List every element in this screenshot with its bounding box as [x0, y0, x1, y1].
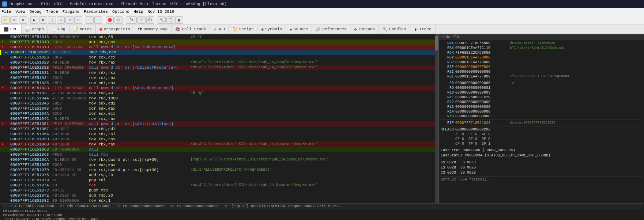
table-row[interactable]: 00007FF716E51044 41:B8 00100000 mov r8d,… — [0, 96, 435, 101]
table-row[interactable]: ● 00007FF716E5101D FF15 E00F0000 call qw… — [0, 45, 435, 50]
table-row[interactable]: 00007FF716E51036 8BF8 mov edi,eax — [0, 80, 435, 86]
reg-header[interactable]: Hide FPU — [439, 34, 644, 40]
tab-cpu[interactable]: ⬛ CPU — [0, 25, 22, 34]
tb-plugin1[interactable]: 🔧 — [158, 16, 166, 24]
table-row[interactable]: 00007FF716E51057 44:8BC7 mov r8d,edi — [0, 126, 435, 132]
tb-restart[interactable]: ↺ — [10, 16, 18, 24]
tab-memory-map[interactable]: 🗺 Memory Map — [134, 25, 172, 34]
reg-value[interactable]: 0000000000000003 — [455, 90, 508, 95]
tb-step-out[interactable]: ⤶ — [65, 16, 74, 24]
tb-run-to-cursor[interactable]: ⤳ — [74, 16, 82, 24]
table-row[interactable]: 00007FF716E5105D 48:8BC8 mov rcx,rax — [0, 137, 435, 142]
table-row[interactable]: ● 00007FF716E5102B FF15 CF0F0000 call qw… — [0, 65, 435, 70]
menu-item-nov 13 2019[interactable]: Nov 13 2019 — [148, 10, 174, 14]
menu-item-help[interactable]: Help — [133, 10, 143, 14]
tb-plugin3[interactable]: ▦ — [175, 16, 183, 24]
tab-graph[interactable]: 📊 Graph — [22, 25, 48, 34]
menu-item-trace[interactable]: Trace — [46, 10, 58, 14]
reg-value[interactable]: 0000002586F0FD00 — [455, 65, 508, 69]
reg-value[interactable]: 0000000000000000 — [455, 105, 508, 109]
table-row[interactable]: 00007FF716E51082 B9 01000000 mov ecx,1 — [0, 198, 435, 203]
reg-value[interactable]: 00007FF716E51023 — [455, 121, 508, 125]
tab-threads[interactable]: ⚙ Threads — [350, 25, 379, 34]
tab-script[interactable]: 📜 Script — [229, 25, 258, 34]
menu-item-plugins[interactable]: Plugins — [63, 10, 79, 14]
tb-run[interactable]: ▶ — [30, 16, 38, 24]
table-row[interactable]: ● 00007FF716E51051 FF15 B10F0000 call qw… — [0, 121, 435, 126]
tab-breakpoints[interactable]: Breakpoints — [96, 25, 135, 34]
tb-hash[interactable]: # — [138, 16, 146, 24]
tb-bp[interactable]: 🔴 — [106, 16, 114, 24]
tab-log[interactable]: 📄 Log — [48, 25, 69, 34]
reg-value[interactable]: 0000000000000000 — [455, 100, 508, 105]
tb-open[interactable]: 📂 — [1, 16, 10, 24]
table-row[interactable]: 00007FF716E51079 5F pop rdi — [0, 178, 435, 183]
reg-value[interactable]: 0000002586F0FC20 — [455, 95, 508, 100]
tb-at[interactable]: At — [146, 16, 154, 24]
table-row[interactable]: → 00007FF716E51023 48:8BD0 mov rdx,rax — [0, 50, 435, 55]
menu-item-view[interactable]: View — [15, 10, 25, 14]
table-row[interactable]: 00007FF716E51063 E8 F00A0000 call — [0, 147, 435, 152]
reg-value[interactable]: 0000000000000001 — [455, 86, 508, 90]
table-row[interactable]: 00007FF716E51070 48:8B7424 38 mov rsi,qw… — [0, 167, 435, 172]
tab-callstack[interactable]: 📚 Call Stack — [172, 25, 210, 34]
table-row[interactable]: 00007FF716E51046 8BD7 mov edx,edi — [0, 101, 435, 106]
tab-handles[interactable]: 🔧 Handles — [379, 25, 410, 34]
table-row[interactable]: 00007FF716E5103E 41:B9 40000000 mov r9d,… — [0, 91, 435, 96]
reg-value[interactable]: 000001CEAA77C110 — [455, 46, 508, 50]
reg-value[interactable]: 0000000000000000 — [455, 109, 508, 114]
reg-value[interactable]: 000001CEAA770000 — [455, 60, 508, 65]
row-dot: ● — [1, 39, 4, 45]
table-row[interactable]: 00007FF716E5107A C3 ret rbx:&"C:\Users\A… — [0, 183, 435, 188]
reg-value[interactable]: F8F68E822CAC0000 — [455, 50, 508, 55]
table-row[interactable]: 00007FF716E5107E 48:83EC 20 sub rsp,20 — [0, 193, 435, 198]
table-row[interactable]: 00007FF716E5106E 33C0 xor eax,eax — [0, 162, 435, 167]
reg-value[interactable]: 0000000000000065 — [455, 81, 508, 86]
tab-symbols[interactable]: ⚙ Symbols — [257, 25, 286, 34]
table-row[interactable]: 00007FF716E5104A 33C9 xor ecx,ecx — [0, 111, 435, 116]
row-inst: mov edx,edi — [88, 101, 191, 106]
tb-close[interactable]: ✕ — [19, 16, 27, 24]
table-row[interactable]: ● 00007FF716E51060 48:8BD8 mov rbx,rax r… — [0, 142, 435, 147]
tb-plugin2[interactable]: 📋 — [166, 16, 174, 24]
disasm-scroll-thumb[interactable] — [435, 36, 438, 50]
rflags-value[interactable]: 0000000000000202 — [455, 127, 490, 132]
tab-trace[interactable]: ⏵ Trace — [410, 25, 436, 34]
tb-mem-bp[interactable]: ⬡ — [114, 16, 123, 24]
menu-item-file[interactable]: File — [1, 10, 11, 14]
table-row[interactable]: 00007FF716E51048 33C0 xor eax,eax — [0, 106, 435, 111]
reg-value[interactable]: 000001CEAA77FD00 — [455, 74, 508, 79]
reg-value[interactable]: 0000000000000000 — [455, 114, 508, 119]
menu-item-options[interactable]: Options — [112, 10, 129, 14]
tb-step-into[interactable]: ⤵ — [48, 16, 56, 24]
row-dot: ● — [1, 45, 4, 50]
table-row[interactable]: 00007FF716E51068 FFD3 call rbx — [0, 152, 435, 157]
disasm-scrollbar[interactable] — [435, 34, 438, 203]
reg-value[interactable]: 000001CEAA770000 — [455, 55, 508, 60]
tb-forward[interactable]: → — [94, 16, 102, 24]
tab-source[interactable]: ◈ Source — [286, 25, 312, 34]
table-row[interactable]: 00007FF716E51016 BA 65000000 mov edx,65 … — [0, 34, 435, 39]
table-row[interactable]: ● 00007FF716E51038 FF15 DA0F0000 call qw… — [0, 86, 435, 91]
table-row[interactable]: 00007FF716E5104C 48:8BF0 mov rsi,rax — [0, 116, 435, 121]
table-row[interactable]: 00007FF716E51026 33C9 xor ecx,ecx — [0, 55, 435, 60]
tb-step-over[interactable]: ⤷ — [57, 16, 65, 24]
reg-value[interactable]: 0000000000000000 — [455, 69, 508, 74]
tab-seh[interactable]: ⚡ SEH — [210, 25, 229, 34]
table-row[interactable]: 00007FF716E5106A 48:8BC4 30 mov rbx,qwor… — [0, 157, 435, 162]
tab-references[interactable]: 🔗 References — [312, 25, 350, 34]
tb-fx[interactable]: fx — [126, 16, 137, 24]
table-row[interactable]: ● 00007FF716E5101B 33C9 xor ecx,ecx — [0, 39, 435, 45]
menu-item-debug[interactable]: Debug — [30, 10, 42, 14]
tb-pause[interactable]: ⏸ — [39, 16, 47, 24]
reg-value[interactable]: 00007FF716E55080 — [455, 41, 508, 46]
menu-item-favourites[interactable]: Favourites — [84, 10, 108, 14]
tb-back[interactable]: ← — [86, 16, 94, 24]
table-row[interactable]: 00007FF716E51031 48:8BD6 mov rdx,rsi — [0, 70, 435, 75]
table-row[interactable]: 00007FF716E5107C 40:53 push rbx — [0, 188, 435, 193]
table-row[interactable]: 00007FF716E51034 33C9 mov rcx,rax — [0, 75, 435, 80]
table-row[interactable]: 00007FF716E51075 48:83C4 20 add rsp,20 — [0, 172, 435, 178]
table-row[interactable]: 00007FF716E51028 48:8BD8 mov rbx,rax rbx… — [0, 60, 435, 65]
table-row[interactable]: 00007FF716E5105A 48:8BD6 mov rdx,rsi — [0, 132, 435, 137]
tab-notes[interactable]: 📝 Notes — [69, 25, 96, 34]
